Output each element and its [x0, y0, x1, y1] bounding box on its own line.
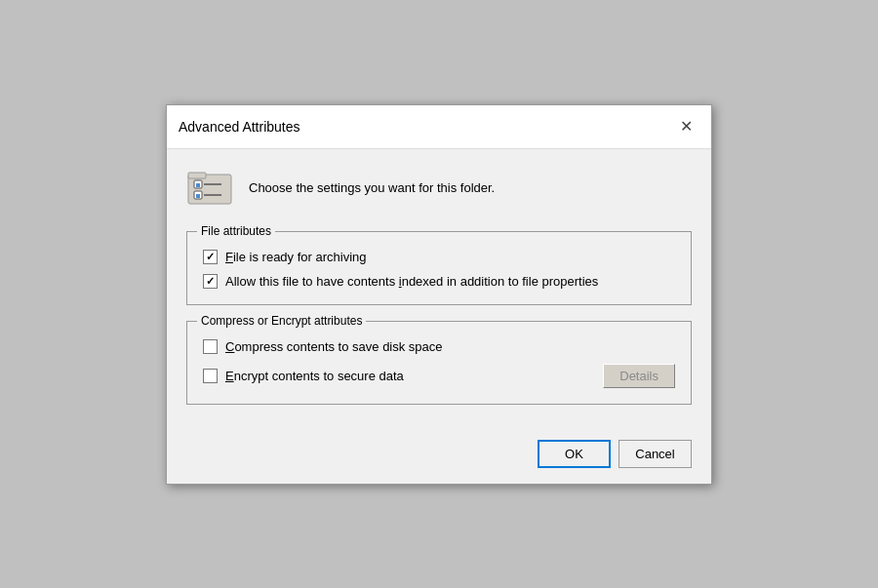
dialog-title: Advanced Attributes [179, 119, 300, 135]
title-bar: Advanced Attributes ✕ [167, 105, 711, 149]
index-checkbox[interactable] [203, 274, 218, 289]
header-section: Choose the settings you want for this fo… [186, 165, 692, 212]
dialog-body: Choose the settings you want for this fo… [167, 149, 711, 440]
cancel-button[interactable]: Cancel [619, 440, 692, 468]
compress-encrypt-label: Compress or Encrypt attributes [197, 314, 366, 328]
compress-checkbox[interactable] [203, 339, 218, 354]
compress-checkbox-row[interactable]: Compress contents to save disk space [203, 339, 675, 354]
encrypt-row: Encrypt contents to secure data Details [203, 364, 675, 388]
folder-checklist-icon [186, 165, 233, 212]
encrypt-label: Encrypt contents to secure data [225, 369, 404, 383]
index-checkbox-row[interactable]: Allow this file to have contents indexed… [203, 274, 675, 289]
encrypt-left: Encrypt contents to secure data [203, 369, 404, 383]
file-attributes-group: File attributes File is ready for archiv… [186, 231, 692, 305]
compress-label: Compress contents to save disk space [225, 339, 443, 354]
ok-button[interactable]: OK [538, 440, 611, 468]
archive-label: File is ready for archiving [225, 250, 367, 264]
advanced-attributes-dialog: Advanced Attributes ✕ [166, 104, 712, 485]
compress-encrypt-group: Compress or Encrypt attributes Compress … [186, 321, 692, 405]
close-button[interactable]: ✕ [672, 113, 699, 140]
dialog-footer: OK Cancel [167, 440, 711, 484]
details-button[interactable]: Details [603, 364, 675, 388]
encrypt-checkbox[interactable] [203, 369, 218, 383]
svg-rect-1 [188, 173, 206, 178]
file-attributes-label: File attributes [197, 224, 275, 238]
archive-checkbox[interactable] [203, 250, 218, 264]
archive-checkbox-row[interactable]: File is ready for archiving [203, 250, 675, 264]
header-description: Choose the settings you want for this fo… [249, 180, 495, 195]
index-label: Allow this file to have contents indexed… [225, 274, 598, 289]
